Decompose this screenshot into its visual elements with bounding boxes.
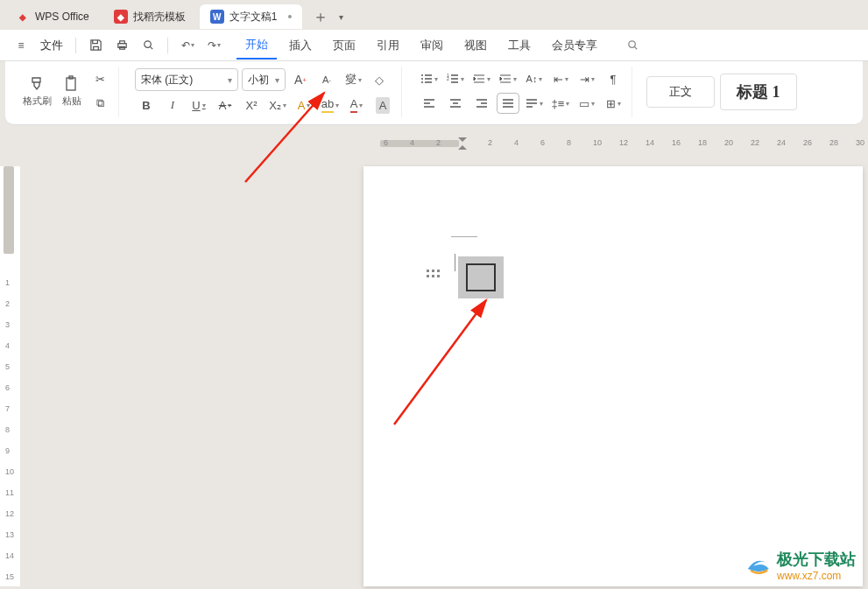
vruler-tick: 12 <box>5 509 14 518</box>
distribute-button[interactable] <box>523 93 546 114</box>
save-button[interactable] <box>83 33 108 58</box>
app-tab[interactable]: ◆ WPS Office <box>5 4 100 29</box>
menu-tab-view[interactable]: 视图 <box>455 32 496 59</box>
superscript-button[interactable]: X² <box>240 95 263 116</box>
copy-button[interactable]: ⧉ <box>88 93 111 114</box>
align-center-button[interactable] <box>444 93 467 114</box>
shading-button[interactable]: ▭ <box>575 93 598 114</box>
menu-tab-insert[interactable]: 插入 <box>280 32 321 59</box>
menu-tab-page[interactable]: 页面 <box>324 32 364 59</box>
menu-tabs: 开始 插入 页面 引用 审阅 视图 工具 会员专享 <box>236 32 606 60</box>
separator <box>75 38 76 53</box>
font-size-select[interactable]: 小初 <box>242 68 286 91</box>
style-normal[interactable]: 正文 <box>646 76 715 108</box>
menu-tab-home[interactable]: 开始 <box>236 32 277 60</box>
vruler-tick: 11 <box>5 488 14 497</box>
horizontal-ruler[interactable]: 6 4 2 2 4 6 8 10 12 14 16 18 20 22 24 26… <box>359 137 868 152</box>
change-case-button[interactable]: A <box>293 95 315 116</box>
ruler-tick: 4 <box>514 138 519 147</box>
ruler-tick: 20 <box>724 138 733 147</box>
vruler-tick: 4 <box>5 341 10 350</box>
ruler-tick: 16 <box>672 138 681 147</box>
font-color-button[interactable]: A <box>345 95 368 116</box>
underline-button[interactable]: U <box>187 95 210 116</box>
increase-indent-button[interactable] <box>497 68 519 89</box>
vruler-tick: 2 <box>5 299 10 308</box>
bold-button[interactable]: B <box>135 95 158 116</box>
format-painter-button[interactable]: 格式刷 <box>19 72 55 111</box>
ruler-tick: 6 <box>384 138 388 147</box>
align-justify-button[interactable] <box>497 93 519 114</box>
number-list-button[interactable]: 12 <box>444 68 467 89</box>
watermark-url: www.xz7.com <box>777 570 856 582</box>
document-tab-label: 文字文稿1 <box>229 10 278 25</box>
outdent-left-button[interactable]: ⇤ <box>549 68 572 89</box>
file-menu[interactable]: 文件 <box>35 38 68 53</box>
rectangle-shape[interactable] <box>466 263 496 291</box>
clear-format-button[interactable]: ◇ <box>368 69 391 90</box>
svg-text:2: 2 <box>447 76 449 81</box>
highlight-button[interactable]: ab <box>319 95 342 116</box>
ribbon-toolbar: 格式刷 粘贴 ✂ ⧉ 宋体 (正文) 小初 A+ A- 燮 ◇ B I U A <box>5 61 863 125</box>
menu-tab-reference[interactable]: 引用 <box>368 32 408 59</box>
vruler-margin-indicator <box>4 166 14 254</box>
print-button[interactable] <box>109 33 134 58</box>
decrease-font-button[interactable]: A- <box>315 69 338 90</box>
redo-button[interactable]: ↷▾ <box>201 33 226 58</box>
paste-button[interactable]: 粘贴 <box>59 72 85 111</box>
decrease-indent-button[interactable] <box>470 68 493 89</box>
ruler-tick: 8 <box>567 138 571 147</box>
vruler-tick: 10 <box>5 467 14 476</box>
template-tab[interactable]: ◆ 找稻壳模板 <box>103 4 196 29</box>
char-shading-button[interactable]: A <box>371 95 394 116</box>
undo-button[interactable]: ↶▾ <box>175 33 200 58</box>
style-heading1[interactable]: 标题 1 <box>720 74 797 110</box>
svg-point-8 <box>421 78 423 80</box>
phonetic-button[interactable]: 燮 <box>342 69 364 90</box>
selected-shape[interactable] <box>458 256 504 298</box>
vruler-tick: 3 <box>5 320 10 329</box>
svg-point-4 <box>628 41 635 48</box>
ruler-tick: 12 <box>619 138 628 147</box>
paste-label: 粘贴 <box>62 95 81 108</box>
increase-font-button[interactable]: A+ <box>289 69 312 90</box>
indent-marker-icon[interactable] <box>457 134 468 151</box>
ruler-tick: 22 <box>751 138 759 147</box>
menu-tab-member[interactable]: 会员专享 <box>543 32 606 59</box>
preview-button[interactable] <box>136 33 160 58</box>
font-family-select[interactable]: 宋体 (正文) <box>135 68 238 91</box>
ruler-tick: 4 <box>410 138 414 147</box>
menu-icon[interactable]: ≡ <box>9 33 33 58</box>
template-tab-label: 找稻壳模板 <box>133 10 186 25</box>
strikethrough-button[interactable]: A <box>214 95 236 116</box>
drag-handle-icon[interactable] <box>427 270 441 278</box>
document-page[interactable] <box>363 166 863 586</box>
vruler-tick: 13 <box>5 530 14 539</box>
watermark-name: 极光下载站 <box>777 550 856 568</box>
text-direction-button[interactable]: A↕ <box>523 68 546 89</box>
ruler-tick: 2 <box>488 138 492 147</box>
ruler-tick: 18 <box>698 138 707 147</box>
cut-button[interactable]: ✂ <box>88 68 111 89</box>
clipboard-icon <box>63 75 81 93</box>
line-spacing-button[interactable]: ‡≡ <box>549 93 572 114</box>
align-left-button[interactable] <box>418 93 441 114</box>
cursor-guide <box>451 236 477 237</box>
separator <box>167 38 168 53</box>
italic-button[interactable]: I <box>161 95 184 116</box>
subscript-button[interactable]: X₂ <box>266 95 289 116</box>
tab-list-dropdown[interactable]: ▾ <box>339 12 343 22</box>
svg-point-3 <box>144 41 151 48</box>
show-marks-button[interactable]: ¶ <box>602 68 625 89</box>
indent-right-button[interactable]: ⇥ <box>575 68 598 89</box>
menu-tab-tools[interactable]: 工具 <box>499 32 540 59</box>
search-button[interactable] <box>620 33 645 58</box>
document-tab[interactable]: W 文字文稿1 • <box>200 4 303 29</box>
menubar: ≡ 文件 ↶▾ ↷▾ 开始 插入 页面 引用 审阅 视图 工具 会员专享 <box>0 30 868 61</box>
bullet-list-button[interactable] <box>418 68 441 89</box>
align-right-button[interactable] <box>470 93 493 114</box>
wps-logo-icon: ◆ <box>16 10 30 24</box>
menu-tab-review[interactable]: 审阅 <box>412 32 452 59</box>
borders-button[interactable]: ⊞ <box>602 93 625 114</box>
new-tab-button[interactable]: ＋ <box>306 6 335 27</box>
